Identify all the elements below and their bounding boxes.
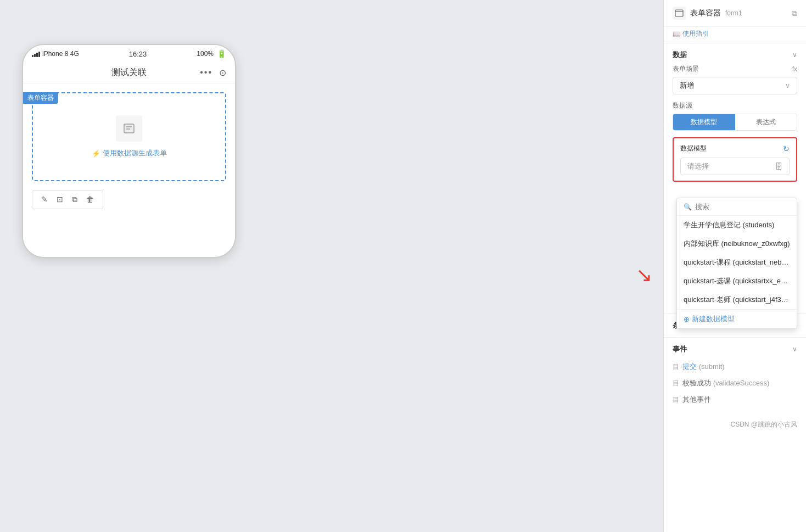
- battery-label: 100%: [197, 50, 214, 58]
- tab-data-model[interactable]: 数据模型: [673, 114, 735, 130]
- copy-btn[interactable]: ⧉: [70, 194, 80, 205]
- form-container-wrapper: 表单容器 ⚡ 使用数据源生成表单: [23, 92, 235, 209]
- data-section-header[interactable]: 数据 ∨: [664, 43, 806, 64]
- data-source-label: 数据源: [673, 101, 797, 110]
- dropdown-search-bar: 🔍: [677, 198, 797, 216]
- form-generate-btn[interactable]: ⚡ 使用数据源生成表单: [92, 148, 167, 158]
- dropdown-list: 学生开学信息登记 (students) 内部知识库 (neibuknow_z0x…: [677, 216, 797, 309]
- data-model-select[interactable]: 请选择 🗄: [680, 158, 790, 175]
- data-model-section: 数据模型 ↻ 请选择 🗄: [673, 137, 797, 182]
- dropdown-item-quickstart-xk[interactable]: quickstart-选课 (quickstartxk_e9t...): [677, 272, 797, 290]
- dropdown-search-input[interactable]: [695, 203, 790, 211]
- dropdown-footer: ⊕ 新建数据模型: [677, 309, 797, 328]
- form-container-area[interactable]: ⚡ 使用数据源生成表单: [32, 92, 226, 181]
- panel-hint-link[interactable]: 📖 使用指引: [664, 27, 806, 43]
- data-section-title: 数据: [673, 50, 687, 60]
- lightning-icon: ⚡: [92, 149, 100, 158]
- phone-content: 表单容器 ⚡ 使用数据源生成表单: [23, 92, 235, 257]
- edit-btn[interactable]: ✎: [39, 194, 50, 205]
- event-icon-submit: 目: [673, 362, 679, 372]
- right-panel: 表单容器 form1 ⧉ 📖 使用指引 数据 ∨ 表单场景 fx 新增 ∨ 数: [663, 0, 806, 532]
- panel-header-left: 表单容器 form1: [673, 7, 742, 20]
- chevron-down-icon: ∨: [785, 82, 790, 89]
- form-toolbar: ✎ ⊡ ⧉ 🗑: [32, 190, 103, 209]
- event-item-submit: 目 提交 (submit): [664, 359, 806, 375]
- dropdown-item-students[interactable]: 学生开学信息登记 (students): [677, 216, 797, 234]
- more-icon[interactable]: •••: [200, 68, 212, 78]
- svg-rect-3: [675, 10, 683, 16]
- signal-icon: [32, 51, 40, 57]
- database-icon: 🗄: [775, 162, 782, 171]
- form-scene-label: 表单场景 fx: [673, 64, 797, 74]
- event-section-arrow: ∨: [792, 345, 797, 353]
- plus-circle-icon: ⊕: [684, 315, 690, 323]
- data-source-tabs: 数据模型 表达式: [673, 114, 797, 131]
- dropdown-item-quickstart-ke[interactable]: quickstart-课程 (quickstart_nebm...): [677, 253, 797, 272]
- tab-expression[interactable]: 表达式: [735, 114, 797, 130]
- svg-rect-0: [124, 124, 134, 133]
- panel-header: 表单容器 form1 ⧉: [664, 0, 806, 27]
- event-item-validate: 目 校验成功 (validateSuccess): [664, 375, 806, 391]
- form-container-label: 表单容器: [23, 92, 58, 104]
- data-section-arrow: ∨: [792, 51, 797, 59]
- new-model-btn[interactable]: ⊕ 新建数据模型: [684, 314, 790, 324]
- data-model-header: 数据模型 ↻: [680, 144, 790, 153]
- footer-text: CSDN @跳跳的小古风: [730, 421, 797, 428]
- delete-btn[interactable]: 🗑: [84, 194, 96, 205]
- refresh-icon[interactable]: ↻: [783, 144, 790, 153]
- component-icon: [673, 7, 686, 20]
- phone-status-bar: iPhone 8 4G 16:23 100% 🔋: [23, 45, 235, 63]
- panel-copy-icon[interactable]: ⧉: [792, 9, 797, 18]
- battery-icon: 🔋: [217, 49, 226, 58]
- dropdown-item-neibuknow[interactable]: 内部知识库 (neibuknow_z0xwfxg): [677, 234, 797, 253]
- form-data-icon: [116, 115, 142, 142]
- event-item-other: 目 其他事件: [664, 391, 806, 408]
- data-section-body: 表单场景 fx 新增 ∨ 数据源 数据模型 表达式: [664, 64, 806, 193]
- panel-component-name: 表单容器: [690, 8, 721, 18]
- phone-nav-title: 测试关联: [111, 67, 147, 79]
- event-section-header[interactable]: 事件 ∨: [664, 338, 806, 359]
- dropdown-item-quickstart-ls[interactable]: quickstart-老师 (quickstart_j4f3pyt): [677, 290, 797, 309]
- carrier-label: iPhone 8 4G: [42, 50, 79, 58]
- book-icon: 📖: [673, 30, 681, 38]
- data-section: 数据 ∨ 表单场景 fx 新增 ∨ 数据源 数据模型: [664, 43, 806, 193]
- phone-nav-bar: 测试关联 ••• ⊙: [23, 63, 235, 83]
- form-scene-select[interactable]: 新增 ∨: [673, 77, 797, 94]
- panel-component-id: form1: [725, 9, 742, 17]
- phone-status-left: iPhone 8 4G: [32, 50, 79, 58]
- fx-icon[interactable]: fx: [792, 65, 797, 73]
- event-section: 事件 ∨ 目 提交 (submit) 目 校验成功 (validateSucce…: [664, 337, 806, 408]
- phone-status-right: 100% 🔋: [197, 49, 226, 58]
- event-icon-validate: 目: [673, 379, 679, 388]
- canvas-area: iPhone 8 4G 16:23 100% 🔋 测试关联 ••• ⊙ 表单容器: [0, 0, 663, 532]
- phone-mockup: iPhone 8 4G 16:23 100% 🔋 测试关联 ••• ⊙ 表单容器: [22, 44, 236, 258]
- save-btn[interactable]: ⊡: [54, 194, 65, 205]
- panel-footer: CSDN @跳跳的小古风: [664, 408, 806, 434]
- search-icon: 🔍: [684, 203, 692, 211]
- clock-label: 16:23: [129, 50, 147, 58]
- model-dropdown: 🔍 学生开学信息登记 (students) 内部知识库 (neibuknow_z…: [676, 198, 797, 329]
- event-icon-other: 目: [673, 395, 679, 405]
- data-model-title: 数据模型: [680, 144, 707, 153]
- target-icon[interactable]: ⊙: [219, 68, 226, 78]
- phone-nav-actions: ••• ⊙: [200, 68, 226, 78]
- event-section-title: 事件: [673, 344, 687, 354]
